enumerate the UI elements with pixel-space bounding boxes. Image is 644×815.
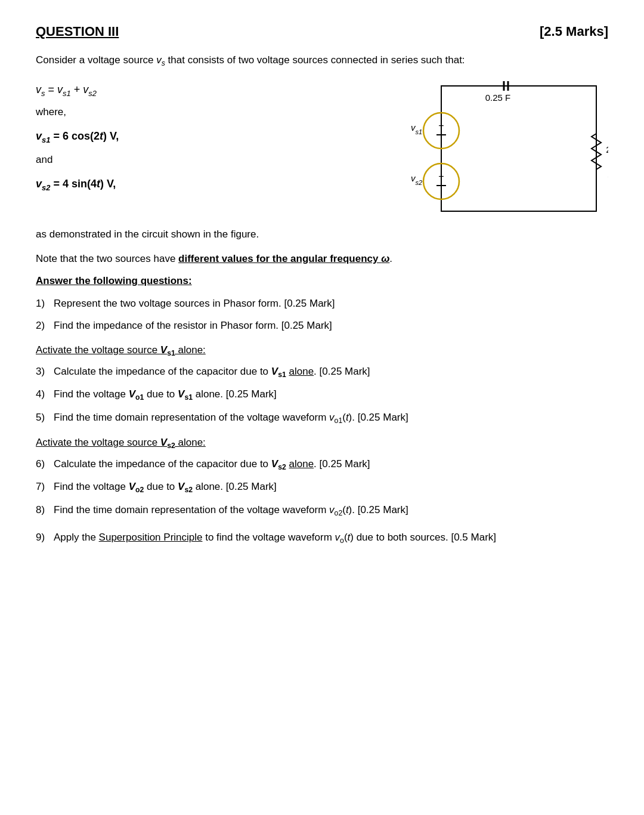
superposition-label: Superposition Principle bbox=[99, 532, 203, 543]
svg-text:+: + bbox=[438, 121, 444, 131]
section2-list: 6) Calculate the impedance of the capaci… bbox=[36, 456, 608, 520]
svg-rect-0 bbox=[441, 86, 596, 211]
equation-1: vs = vs1 + vs2 bbox=[36, 80, 382, 100]
svg-text:+: + bbox=[438, 171, 444, 181]
list-item: 9) Apply the Superposition Principle to … bbox=[36, 529, 608, 547]
answer-heading: Answer the following questions: bbox=[36, 275, 608, 287]
list-item: 5) Find the time domain representation o… bbox=[36, 409, 608, 427]
list-item: 7) Find the voltage Vo2 due to Vs2 alone… bbox=[36, 478, 608, 496]
circuit-diagram: 0.25 F + vs1 + vs2 2 Ω + − vo bbox=[405, 80, 608, 220]
questions-list: 1) Represent the two voltage sources in … bbox=[36, 295, 608, 335]
and-label: and bbox=[36, 154, 382, 166]
list-item: 3) Calculate the impedance of the capaci… bbox=[36, 363, 608, 381]
question-title: QUESTION III bbox=[36, 24, 119, 39]
equation-2: vs1 = 6 cos(2t) V, bbox=[36, 126, 382, 147]
section1-list: 3) Calculate the impedance of the capaci… bbox=[36, 363, 608, 427]
marks-label: [2.5 Marks] bbox=[540, 24, 608, 39]
list-item: 2) Find the impedance of the resistor in… bbox=[36, 317, 608, 335]
vs1-label: vs1 bbox=[411, 122, 422, 135]
capacitor-label: 0.25 F bbox=[485, 92, 511, 103]
vs2-label: vs2 bbox=[411, 173, 422, 186]
header-row: QUESTION III [2.5 Marks] bbox=[36, 24, 608, 39]
intro-text: Consider a voltage source vs that consis… bbox=[36, 53, 608, 69]
circuit-svg: 0.25 F + vs1 + vs2 2 Ω + − vo bbox=[405, 80, 608, 217]
resistor-label: 2 Ω bbox=[606, 144, 608, 155]
list-item: 4) Find the voltage Vo1 due to Vs1 alone… bbox=[36, 386, 608, 404]
para-note: Note that the two sources have different… bbox=[36, 251, 608, 267]
list-item: 1) Represent the two voltage sources in … bbox=[36, 295, 608, 313]
content-area: vs = vs1 + vs2 where, vs1 = 6 cos(2t) V,… bbox=[36, 80, 608, 220]
list-item: 6) Calculate the impedance of the capaci… bbox=[36, 456, 608, 474]
where-label: where, bbox=[36, 106, 382, 118]
para-demonstrated: as demonstrated in the circuit shown in … bbox=[36, 226, 608, 242]
equations-col: vs = vs1 + vs2 where, vs1 = 6 cos(2t) V,… bbox=[36, 80, 382, 200]
list-item: 8) Find the time domain representation o… bbox=[36, 502, 608, 520]
equation-3: vs2 = 4 sin(4t) V, bbox=[36, 174, 382, 195]
angular-freq-note: different values for the angular frequen… bbox=[178, 253, 389, 264]
output-minus: − bbox=[608, 172, 608, 182]
section3-list: 9) Apply the Superposition Principle to … bbox=[36, 529, 608, 547]
section1-heading: Activate the voltage source Vs1 alone: bbox=[36, 344, 608, 357]
section2-heading: Activate the voltage source Vs2 alone: bbox=[36, 437, 608, 450]
